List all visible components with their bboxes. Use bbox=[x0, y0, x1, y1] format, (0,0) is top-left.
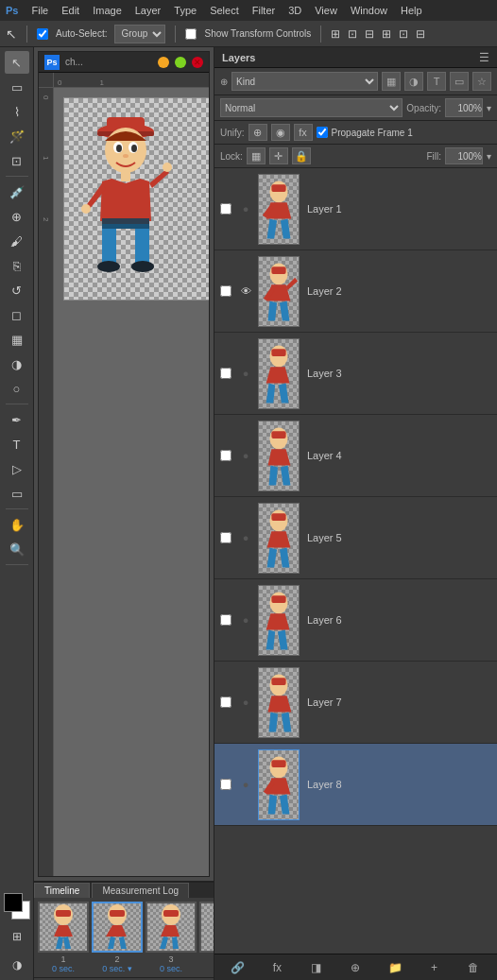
foreground-color[interactable] bbox=[4, 893, 23, 912]
layer-style-button[interactable]: fx bbox=[266, 957, 287, 978]
frame-3[interactable]: 3 0 sec. bbox=[146, 902, 197, 973]
frame-3-delay[interactable]: 0 sec. bbox=[160, 964, 182, 973]
layer-row-6[interactable]: ● Layer 6 bbox=[214, 579, 497, 662]
menu-help[interactable]: Help bbox=[401, 5, 422, 16]
menu-file[interactable]: File bbox=[31, 5, 48, 16]
layer-2-visibility[interactable]: 👁 bbox=[237, 285, 254, 297]
layer-4-visibility[interactable]: ● bbox=[237, 450, 254, 461]
select-rect-tool[interactable]: ▭ bbox=[5, 76, 29, 98]
layer-6-visibility[interactable]: ● bbox=[237, 614, 254, 626]
tab-timeline[interactable]: Timeline bbox=[34, 883, 90, 898]
quick-mask-icon[interactable]: ◑ bbox=[5, 954, 29, 976]
dodge-tool[interactable]: ○ bbox=[5, 377, 29, 400]
filter-pixel-icon[interactable]: ▦ bbox=[382, 72, 401, 91]
layer-row-5[interactable]: ● Layer 5 bbox=[214, 497, 497, 579]
unify-position-btn[interactable]: ⊕ bbox=[248, 124, 267, 141]
history-brush-tool[interactable]: ↺ bbox=[5, 279, 29, 301]
layer-row-7[interactable]: ● Layer 7 bbox=[214, 662, 497, 744]
layer-5-visibility[interactable]: ● bbox=[237, 532, 254, 543]
canvas-content[interactable] bbox=[54, 88, 209, 876]
layer-6-checkbox[interactable] bbox=[218, 612, 233, 628]
align-bottom-icon[interactable]: ⊟ bbox=[416, 27, 425, 41]
show-transform-checkbox[interactable] bbox=[185, 28, 197, 40]
minimize-button[interactable] bbox=[158, 57, 169, 68]
blend-mode-select[interactable]: Normal Multiply Screen Overlay bbox=[220, 98, 403, 117]
move-tool-icon[interactable]: ↖ bbox=[6, 26, 17, 42]
menu-select[interactable]: Select bbox=[210, 5, 239, 16]
layer-1-visibility[interactable]: ● bbox=[237, 203, 254, 215]
path-select-tool[interactable]: ▷ bbox=[5, 457, 29, 480]
menu-filter[interactable]: Filter bbox=[252, 5, 275, 16]
align-top-icon[interactable]: ⊞ bbox=[382, 27, 391, 41]
layer-4-checkbox[interactable] bbox=[218, 448, 233, 463]
tab-measurement-log[interactable]: Measurement Log bbox=[92, 883, 189, 898]
new-group-button[interactable]: 📁 bbox=[385, 957, 405, 978]
menu-view[interactable]: View bbox=[315, 5, 337, 16]
auto-select-dropdown[interactable]: Group Layer bbox=[114, 25, 165, 43]
align-right-icon[interactable]: ⊟ bbox=[365, 27, 374, 41]
menu-3d[interactable]: 3D bbox=[288, 5, 301, 16]
layer-row-8[interactable]: ● Layer 8 bbox=[214, 744, 497, 826]
menu-image[interactable]: Image bbox=[93, 5, 122, 16]
opacity-input[interactable] bbox=[445, 98, 483, 117]
move-tool[interactable]: ↖ bbox=[5, 51, 29, 74]
propagate-checkbox[interactable] bbox=[317, 127, 328, 138]
frame-2[interactable]: 2 0 sec. ▾ bbox=[92, 902, 143, 973]
shape-tool[interactable]: ▭ bbox=[5, 482, 29, 505]
blur-tool[interactable]: ◑ bbox=[5, 352, 29, 375]
layer-8-checkbox[interactable] bbox=[218, 777, 233, 792]
align-center-icon[interactable]: ⊡ bbox=[348, 27, 357, 41]
delete-layer-button[interactable]: 🗑 bbox=[463, 957, 484, 978]
zoom-tool[interactable]: 🔍 bbox=[5, 538, 29, 560]
frame-2-delay[interactable]: 0 sec. ▾ bbox=[102, 964, 132, 973]
layer-3-visibility[interactable]: ● bbox=[237, 368, 254, 379]
menu-layer[interactable]: Layer bbox=[135, 5, 162, 16]
menu-window[interactable]: Window bbox=[351, 5, 387, 16]
pen-tool[interactable]: ✒ bbox=[5, 408, 29, 431]
crop-tool[interactable]: ⊡ bbox=[5, 149, 29, 172]
layer-3-checkbox[interactable] bbox=[218, 366, 233, 381]
hand-tool[interactable]: ✋ bbox=[5, 513, 29, 536]
menu-edit[interactable]: Edit bbox=[61, 5, 79, 16]
filter-smart-icon[interactable]: ☆ bbox=[472, 72, 491, 91]
frame-1-delay[interactable]: 0 sec. bbox=[52, 964, 75, 973]
unify-visibility-btn[interactable]: ◉ bbox=[271, 124, 290, 141]
layer-7-checkbox[interactable] bbox=[218, 695, 233, 710]
layer-mask-button[interactable]: ◨ bbox=[306, 957, 327, 978]
frame-1[interactable]: 1 0 sec. bbox=[38, 902, 89, 973]
eraser-tool[interactable]: ◻ bbox=[5, 303, 29, 326]
unify-style-btn[interactable]: fx bbox=[294, 124, 313, 141]
layer-2-checkbox[interactable] bbox=[218, 284, 233, 299]
text-tool[interactable]: T bbox=[5, 433, 29, 456]
close-button[interactable]: ✕ bbox=[192, 57, 203, 68]
menu-type[interactable]: Type bbox=[174, 5, 197, 16]
clone-tool[interactable]: ⎘ bbox=[5, 254, 29, 277]
filter-adj-icon[interactable]: ◑ bbox=[404, 72, 423, 91]
layer-row-3[interactable]: ● Layer 3 bbox=[214, 333, 497, 415]
frame-4[interactable]: 4 0 sec. bbox=[199, 902, 214, 973]
adjustment-layer-button[interactable]: ⊕ bbox=[345, 957, 366, 978]
link-layers-button[interactable]: 🔗 bbox=[228, 957, 248, 978]
filter-shape-icon[interactable]: ▭ bbox=[450, 72, 469, 91]
eyedropper-tool[interactable]: 💉 bbox=[5, 181, 29, 203]
lasso-tool[interactable]: ⌇ bbox=[5, 100, 29, 123]
layer-8-visibility[interactable]: ● bbox=[237, 779, 254, 790]
align-left-icon[interactable]: ⊞ bbox=[331, 27, 340, 41]
heal-tool[interactable]: ⊕ bbox=[5, 205, 29, 228]
filter-type-icon[interactable]: T bbox=[427, 72, 446, 91]
maximize-button[interactable] bbox=[175, 57, 186, 68]
brush-tool[interactable]: 🖌 bbox=[5, 230, 29, 252]
lock-all-btn[interactable]: 🔒 bbox=[292, 147, 311, 164]
align-middle-icon[interactable]: ⊡ bbox=[399, 27, 408, 41]
layer-7-visibility[interactable]: ● bbox=[237, 696, 254, 708]
lock-pixels-btn[interactable]: ▦ bbox=[247, 147, 266, 164]
layer-5-checkbox[interactable] bbox=[218, 530, 233, 545]
quick-select-tool[interactable]: 🪄 bbox=[5, 125, 29, 147]
layer-row-1[interactable]: ● Layer 1 bbox=[214, 168, 497, 250]
fill-input[interactable] bbox=[445, 147, 483, 164]
screen-mode-icon[interactable]: ⊞ bbox=[5, 925, 29, 948]
lock-position-btn[interactable]: ✛ bbox=[269, 147, 288, 164]
panel-menu-icon[interactable]: ☰ bbox=[479, 51, 489, 64]
kind-select[interactable]: Kind Name Effect bbox=[231, 72, 378, 91]
layer-row-2[interactable]: 👁 Layer 2 bbox=[214, 250, 497, 333]
